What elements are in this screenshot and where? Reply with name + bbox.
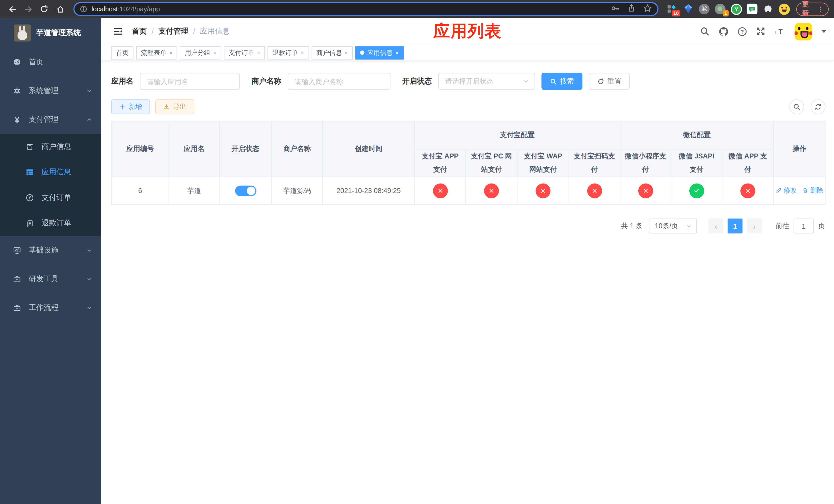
merchant-name-input[interactable] <box>288 73 390 90</box>
page-number-1[interactable]: 1 <box>728 219 743 233</box>
tag-app-info[interactable]: 应用信息× <box>355 46 404 59</box>
col-header-id: 应用编号 <box>112 121 169 177</box>
extension-y-icon[interactable]: Y <box>731 3 742 15</box>
tag-pay-order[interactable]: 支付订单× <box>224 46 265 59</box>
browser-menu-kebab-icon[interactable]: ⋮ <box>817 6 824 13</box>
active-dot <box>360 50 365 55</box>
extension-tampermonkey-icon[interactable]: 10 <box>666 3 678 15</box>
close-icon[interactable]: × <box>257 50 260 55</box>
add-button[interactable]: 新增 <box>111 99 150 114</box>
sidebar: 芋道管理系统 首页 系统管理 ¥ 支付管理 <box>0 18 101 504</box>
tag-user-group[interactable]: 用户分组× <box>180 46 221 59</box>
close-icon[interactable]: × <box>169 50 173 55</box>
success-icon <box>689 183 704 198</box>
status-label: 开启状态 <box>402 77 432 86</box>
chevron-down-icon <box>523 78 529 85</box>
col-header-wechat-jsapi: 微信 JSAPI 支付 <box>671 149 722 177</box>
profile-avatar-icon[interactable] <box>778 3 790 15</box>
search-button[interactable]: 搜索 <box>541 73 583 90</box>
tag-refund-order[interactable]: 退款订单× <box>268 46 309 59</box>
status-cell <box>620 177 671 205</box>
sidebar-item-label: 研发工具 <box>29 274 79 284</box>
app-logo-row[interactable]: 芋道管理系统 <box>0 18 101 48</box>
status-select-placeholder: 请选择开启状态 <box>445 77 494 86</box>
prev-page-button[interactable]: ‹ <box>708 219 723 233</box>
breadcrumb-separator: / <box>193 27 195 36</box>
site-info-icon[interactable] <box>80 5 87 13</box>
sidebar-collapse-button[interactable] <box>110 23 127 40</box>
share-icon[interactable] <box>627 4 636 14</box>
sidebar-item-home[interactable]: 首页 <box>0 48 101 77</box>
browser-forward-button[interactable] <box>21 2 35 16</box>
export-button[interactable]: 导出 <box>155 99 194 114</box>
chevron-down-icon <box>86 304 93 311</box>
extension-proxy-icon[interactable]: 1 <box>714 3 726 15</box>
close-icon[interactable]: × <box>213 50 216 55</box>
app-logo <box>14 24 31 41</box>
bookmark-star-icon[interactable] <box>643 3 652 15</box>
github-icon[interactable] <box>718 26 729 37</box>
reset-button[interactable]: 重置 <box>589 73 630 90</box>
browser-update-button[interactable]: 更新 ⋮ <box>796 2 829 16</box>
plus-icon <box>119 104 126 110</box>
tag-process-form[interactable]: 流程表单× <box>136 46 177 59</box>
extension-chat-icon[interactable] <box>747 4 757 14</box>
close-icon[interactable]: × <box>301 50 304 55</box>
sidebar-item-workflow[interactable]: 工作流程 <box>0 294 101 322</box>
col-group-wechat: 微信配置 <box>620 121 773 149</box>
fullscreen-icon[interactable] <box>755 26 766 37</box>
delete-link[interactable]: 删除 <box>802 186 824 195</box>
sidebar-item-pay-orders[interactable]: ¥ 支付订单 <box>0 185 101 211</box>
dashboard-icon <box>13 58 21 66</box>
sidebar-item-app-info[interactable]: 应用信息 <box>0 159 101 185</box>
close-icon[interactable]: × <box>395 50 398 55</box>
user-avatar[interactable] <box>795 23 812 40</box>
pagination: 共 1 条 10条/页 ‹ 1 › 前往 页 <box>111 219 825 233</box>
edit-link[interactable]: 修改 <box>775 186 797 195</box>
sidebar-item-payment[interactable]: ¥ 支付管理 <box>0 105 101 134</box>
next-page-button[interactable]: › <box>747 219 762 233</box>
browser-back-button[interactable] <box>5 2 19 16</box>
extension-command-icon[interactable]: ⌘ <box>699 4 709 14</box>
extensions-puzzle-icon[interactable] <box>762 3 774 15</box>
extension-kite-icon[interactable] <box>682 3 694 15</box>
breadcrumb-payment[interactable]: 支付管理 <box>158 27 188 36</box>
sidebar-item-dev-tools[interactable]: 研发工具 <box>0 265 101 294</box>
goto-unit: 页 <box>818 221 825 231</box>
sidebar-item-refund-orders[interactable]: 退款订单 <box>0 210 101 236</box>
col-header-alipay-wap: 支付宝 WAP 网站支付 <box>517 149 569 177</box>
refresh-icon <box>814 103 822 111</box>
sidebar-item-merchant-info[interactable]: 商户信息 <box>0 134 101 160</box>
fail-icon <box>536 183 551 198</box>
address-bar[interactable]: localhost:1024/pay/app <box>73 2 658 16</box>
close-icon[interactable]: × <box>345 50 348 55</box>
font-size-icon[interactable]: TT <box>774 26 785 37</box>
chevron-down-icon <box>86 276 93 282</box>
search-icon[interactable] <box>699 26 710 37</box>
table-row: 6 芋道 芋道源码 2021-10-23 08:49:25 <box>112 177 825 205</box>
avatar-caret-icon[interactable] <box>821 30 827 33</box>
fail-icon <box>484 183 499 198</box>
help-icon[interactable]: ? <box>737 26 747 37</box>
refresh-table-button[interactable] <box>811 99 826 114</box>
tag-home[interactable]: 首页 <box>111 46 133 59</box>
trash-icon <box>802 187 809 194</box>
status-select[interactable]: 请选择开启状态 <box>438 73 535 90</box>
breadcrumb-home[interactable]: 首页 <box>132 27 147 36</box>
tag-merchant-info[interactable]: 商户信息× <box>312 46 353 59</box>
col-header-alipay-pc: 支付宝 PC 网站支付 <box>466 149 517 177</box>
browser-reload-button[interactable] <box>37 2 51 16</box>
status-toggle[interactable] <box>235 185 256 196</box>
goto-page-input[interactable] <box>793 219 814 233</box>
page-size-select[interactable]: 10条/页 <box>649 219 697 233</box>
sidebar-item-system[interactable]: 系统管理 <box>0 77 101 105</box>
password-key-icon[interactable] <box>611 3 620 15</box>
sidebar-item-infrastructure[interactable]: 基础设施 <box>0 236 101 265</box>
chevron-down-icon <box>686 223 692 229</box>
edit-pencil-icon <box>775 187 782 194</box>
svg-text:T: T <box>774 30 777 35</box>
app-name-input[interactable] <box>140 73 240 90</box>
grid-icon <box>26 168 34 176</box>
browser-home-button[interactable] <box>53 2 67 16</box>
toggle-search-button[interactable] <box>789 99 804 114</box>
